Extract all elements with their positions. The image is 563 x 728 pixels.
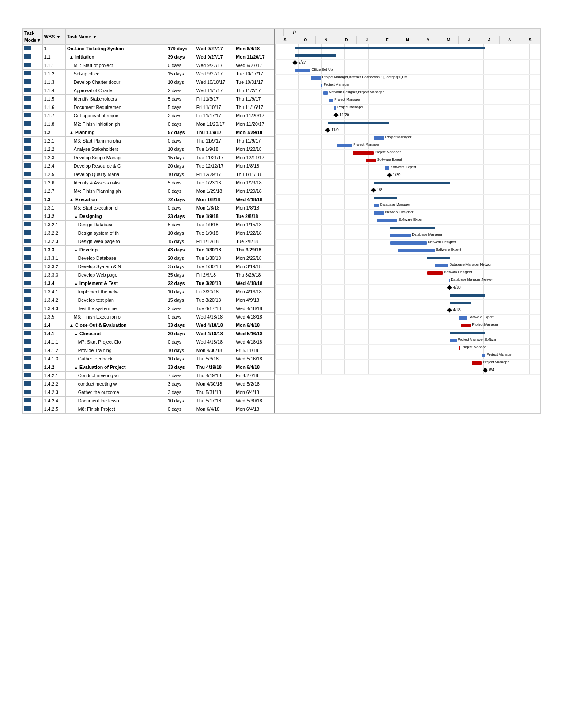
dur-cell: 0 days — [166, 405, 195, 413]
bar-label: Project Manager — [375, 150, 401, 154]
wbs-cell: 1.3.4.1 — [42, 288, 65, 296]
dur-cell: 0 days — [166, 204, 195, 212]
dur-cell: 0 days — [166, 137, 195, 145]
chart-row-line — [275, 232, 540, 232]
chart-row-line — [275, 172, 540, 172]
chart-row-line — [275, 164, 540, 165]
mode-cell — [23, 380, 43, 388]
finish-cell: Thu 11/9/17 — [234, 137, 274, 145]
mode-cell — [23, 237, 43, 246]
blue-bar — [323, 91, 328, 95]
chart-row-line — [275, 239, 540, 240]
name-cell: Develop Web page — [65, 271, 166, 279]
wbs-cell: 1.3.3.2 — [42, 263, 65, 271]
finish-cell: Mon 6/4/18 — [234, 363, 274, 372]
start-cell: Tue 1/9/18 — [195, 145, 234, 154]
milestone-marker — [325, 128, 330, 132]
bar-label: Project Manager — [337, 105, 363, 109]
start-cell: Tue 1/30/18 — [195, 254, 234, 263]
table-row: 1.3.3.3 Develop Web page 35 days Fri 2/9… — [23, 271, 274, 279]
blue-bar — [435, 264, 448, 267]
name-cell: Develop test plan — [65, 296, 166, 304]
blue-bar — [337, 144, 352, 147]
chart-row-line — [275, 179, 540, 180]
summary-bar — [295, 54, 336, 57]
task-table: TaskMode▼ WBS ▼ Task Name ▼ 1 On-Line Ti… — [23, 29, 274, 413]
chart-row-line — [275, 314, 540, 315]
bar-label: Software Expert — [377, 158, 402, 161]
summary-bar — [450, 332, 485, 334]
blue-bar — [321, 84, 322, 87]
start-cell: Tue 1/9/18 — [195, 221, 234, 229]
table-row: 1.1.5 Identify Stakeholders 5 days Fri 1… — [23, 95, 274, 103]
start-cell: Thu 5/31/18 — [195, 388, 234, 397]
dur-cell: 10 days — [166, 78, 195, 86]
dur-cell: 2 days — [166, 86, 195, 95]
name-cell: Provide Training — [65, 346, 166, 355]
name-cell: M8: Finish Project — [65, 405, 166, 413]
name-cell: Get approval of requir — [65, 112, 166, 120]
table-row: 1.3.3 ▲ Develop 43 days Tue 1/30/18 Thu … — [23, 246, 274, 254]
table-row: 1.2.6 Identify & Assess risks 5 days Tue… — [23, 179, 274, 187]
blue-bar — [334, 106, 336, 110]
chart-row-line — [275, 374, 540, 375]
start-cell: Mon 1/29/18 — [195, 187, 234, 195]
dur-cell: 0 days — [166, 338, 195, 346]
bar-label: Database Manager — [412, 233, 442, 236]
month-label: A — [500, 36, 520, 44]
month-label: J — [479, 36, 499, 44]
wbs-cell: 1.1.3 — [42, 78, 65, 86]
chart-row-line — [275, 67, 540, 67]
milestone-label: 11/9 — [331, 128, 339, 132]
finish-cell: Wed 4/18/18 — [234, 338, 274, 346]
summary-bar — [450, 294, 485, 297]
dur-cell: 10 days — [166, 355, 195, 363]
mode-cell — [23, 321, 43, 330]
start-cell: Thu 11/9/17 — [195, 137, 234, 145]
name-cell: M3: Start Planning pha — [65, 137, 166, 145]
dur-cell: 0 days — [166, 61, 195, 70]
chart-row-line — [275, 52, 540, 52]
finish-cell: Mon 12/11/17 — [234, 154, 274, 162]
table-row: 1.3.2.1 Design Database 5 days Tue 1/9/1… — [23, 221, 274, 229]
finish-cell: Tue 2/8/18 — [234, 237, 274, 246]
mode-cell — [23, 145, 43, 154]
table-row: 1.1.7 Get approval of requir 2 days Fri … — [23, 112, 274, 120]
wbs-cell: 1.4 — [42, 321, 65, 330]
name-cell: ▲ Develop — [65, 246, 166, 254]
table-row: 1.4.1 ▲ Close-out 20 days Wed 4/18/18 We… — [23, 330, 274, 338]
name-cell: Conduct meeting wi — [65, 372, 166, 380]
mode-cell — [23, 296, 43, 304]
name-cell: Implement the netw — [65, 288, 166, 296]
dur-cell: 10 days — [166, 170, 195, 179]
milestone-label: 6/4 — [489, 368, 494, 372]
dur-cell: 10 days — [166, 288, 195, 296]
dur-cell: 33 days — [166, 321, 195, 330]
red-bar — [472, 361, 481, 365]
table-row: 1.3.2.3 Design Web page fo 15 days Fri 1… — [23, 237, 274, 246]
chart-row-line — [275, 82, 540, 82]
mode-cell — [23, 195, 43, 204]
chart-area: /7 SONDJFMAMJJAS 9/27Office Set-UpProjec… — [274, 29, 540, 413]
table-row: 1.1.6 Document Requiremen 5 days Fri 11/… — [23, 103, 274, 112]
name-cell: Design system of th — [65, 229, 166, 237]
summary-bar — [450, 302, 471, 304]
bar-label: Database Manager,Networ — [451, 278, 493, 281]
dur-cell: 43 days — [166, 246, 195, 254]
chart-row-line — [275, 149, 540, 150]
name-cell: Develop Charter docur — [65, 78, 166, 86]
start-cell: Fri 11/17/17 — [195, 112, 234, 120]
table-row: 1.4.2.5 M8: Finish Project 0 days Mon 6/… — [23, 405, 274, 413]
start-cell: Tue 1/30/18 — [195, 246, 234, 254]
finish-cell: Tue 10/17/17 — [234, 70, 274, 78]
blue-bar — [450, 339, 457, 342]
mode-cell — [23, 363, 43, 372]
table-row: 1.2.2 Analyse Stakeholders 10 days Tue 1… — [23, 145, 274, 154]
bar-label: Project Manager — [353, 143, 379, 146]
name-cell: Develop Resource & C — [65, 162, 166, 170]
header-duration — [166, 29, 195, 45]
start-cell: Mon 4/30/18 — [195, 380, 234, 388]
start-cell: Fri 12/29/17 — [195, 170, 234, 179]
finish-cell: Thu 11/2/17 — [234, 86, 274, 95]
table-row: 1.3.2 ▲ Designing 23 days Tue 1/9/18 Tue… — [23, 212, 274, 221]
